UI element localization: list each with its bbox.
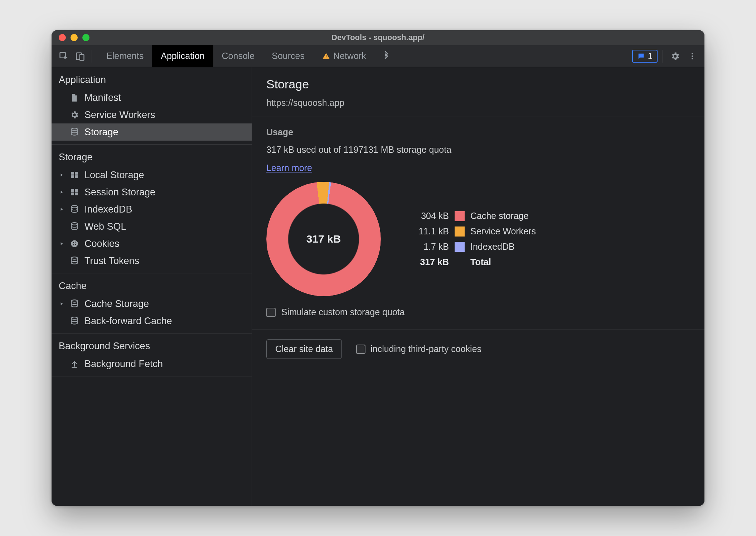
panel-header: Storage https://squoosh.app [252,67,704,117]
legend-total-value: 317 kB [406,257,449,267]
db-icon [69,299,80,308]
db-icon [69,316,80,326]
inspect-element-icon[interactable] [57,49,71,63]
svg-rect-11 [71,175,74,178]
sidebar-item-cookies[interactable]: Cookies [52,235,252,252]
maximize-window-button[interactable] [82,34,89,41]
svg-rect-16 [75,193,78,195]
devtools-window: DevTools - squoosh.app/ Elements Applica… [52,30,704,506]
sidebar-item-local-storage[interactable]: Local Storage [52,166,252,184]
cookie-icon [69,239,80,248]
third-party-checkbox[interactable] [356,345,365,354]
db-icon [69,256,80,265]
window-controls [52,34,89,41]
application-sidebar: ApplicationManifestService WorkersStorag… [52,67,252,506]
legend-swatch [455,226,465,237]
tabstrip-left-icons [52,45,98,67]
svg-point-24 [71,257,77,259]
tab-network[interactable]: Network [313,45,375,67]
expand-caret-icon[interactable] [59,301,64,306]
legend-row: 11.1 kB Service Workers [406,226,536,237]
sidebar-section: StorageLocal StorageSession StorageIndex… [52,145,252,273]
tab-label: Elements [106,51,144,61]
sidebar-item-web-sql[interactable]: Web SQL [52,218,252,235]
sidebar-section: ApplicationManifestService WorkersStorag… [52,67,252,145]
close-window-button[interactable] [59,34,66,41]
svg-point-8 [71,128,77,131]
sidebar-item-background-fetch[interactable]: Background Fetch [52,355,252,372]
clear-data-section: Clear site data including third-party co… [252,330,704,368]
simulate-quota-row: Simulate custom storage quota [266,307,690,317]
legend-label: Service Workers [470,226,536,237]
legend-value: 1.7 kB [406,242,449,252]
legend-swatch-empty [455,257,465,267]
minimize-window-button[interactable] [71,34,78,41]
svg-rect-4 [326,58,326,58]
sidebar-item-label: Cookies [84,238,120,249]
legend-row: 304 kB Cache storage [406,211,536,221]
tab-application[interactable]: Application [152,45,213,67]
sidebar-section-title: Background Services [52,338,252,355]
sidebar-item-indexeddb[interactable]: IndexedDB [52,201,252,218]
sidebar-item-session-storage[interactable]: Session Storage [52,184,252,201]
device-toolbar-icon[interactable] [73,49,87,63]
tab-label: Network [333,51,366,61]
sidebar-item-label: Storage [84,127,118,138]
legend-label: IndexedDB [470,242,515,252]
expand-caret-icon[interactable] [59,172,64,177]
sidebar-item-trust-tokens[interactable]: Trust Tokens [52,252,252,269]
sidebar-item-label: Cache Storage [84,298,149,310]
expand-caret-icon[interactable] [59,207,64,212]
tab-label: Sources [272,51,305,61]
origin-url: https://squoosh.app [266,98,690,108]
svg-point-18 [71,223,77,225]
issues-badge[interactable]: 1 [632,50,658,63]
svg-point-22 [75,244,76,245]
usage-section: Usage 317 kB used out of 1197131 MB stor… [252,117,704,330]
tab-console[interactable]: Console [213,45,263,67]
tab-label: Application [161,51,204,61]
panel-tabs: Elements Application Console Sources Net… [98,45,398,67]
divider [92,50,92,63]
expand-caret-icon[interactable] [59,241,64,246]
sidebar-item-back-forward-cache[interactable]: Back-forward Cache [52,312,252,330]
file-icon [69,93,80,102]
svg-rect-14 [75,189,78,192]
clear-site-data-button[interactable]: Clear site data [266,339,342,359]
svg-rect-10 [75,172,78,175]
svg-point-21 [75,242,76,243]
tab-elements[interactable]: Elements [98,45,152,67]
tab-overflow[interactable] [375,45,398,67]
learn-more-link[interactable]: Learn more [266,163,312,173]
legend-row: 1.7 kB IndexedDB [406,242,536,252]
sidebar-item-cache-storage[interactable]: Cache Storage [52,295,252,312]
divider [663,50,663,63]
svg-point-17 [71,205,77,208]
tabstrip-right: 1 [632,45,704,67]
legend-total-row: 317 kB Total [406,257,536,267]
sidebar-item-manifest[interactable]: Manifest [52,89,252,106]
legend-swatch [455,211,465,221]
svg-point-25 [71,300,77,302]
sidebar-item-label: Back-forward Cache [84,316,172,327]
db-icon [69,205,80,214]
expand-caret-icon[interactable] [59,190,64,195]
sidebar-item-label: Web SQL [84,221,126,232]
sidebar-item-label: Background Fetch [84,359,163,370]
storage-panel: Storage https://squoosh.app Usage 317 kB… [252,67,704,506]
panel-title: Storage [266,77,690,91]
kebab-menu-icon[interactable] [685,49,699,63]
settings-icon[interactable] [668,49,682,63]
svg-point-7 [692,58,693,59]
tab-sources[interactable]: Sources [263,45,313,67]
warning-icon [322,52,330,60]
sidebar-item-storage[interactable]: Storage [52,123,252,141]
sidebar-item-label: Manifest [84,92,121,103]
sidebar-item-service-workers[interactable]: Service Workers [52,106,252,123]
simulate-quota-checkbox[interactable] [266,308,276,317]
svg-rect-2 [80,54,84,60]
sidebar-item-label: Local Storage [84,170,144,181]
grid-icon [69,170,80,180]
usage-chart-row: 317 kB 304 kB Cache storage11.1 kB Servi… [266,182,690,296]
db-icon [69,222,80,231]
